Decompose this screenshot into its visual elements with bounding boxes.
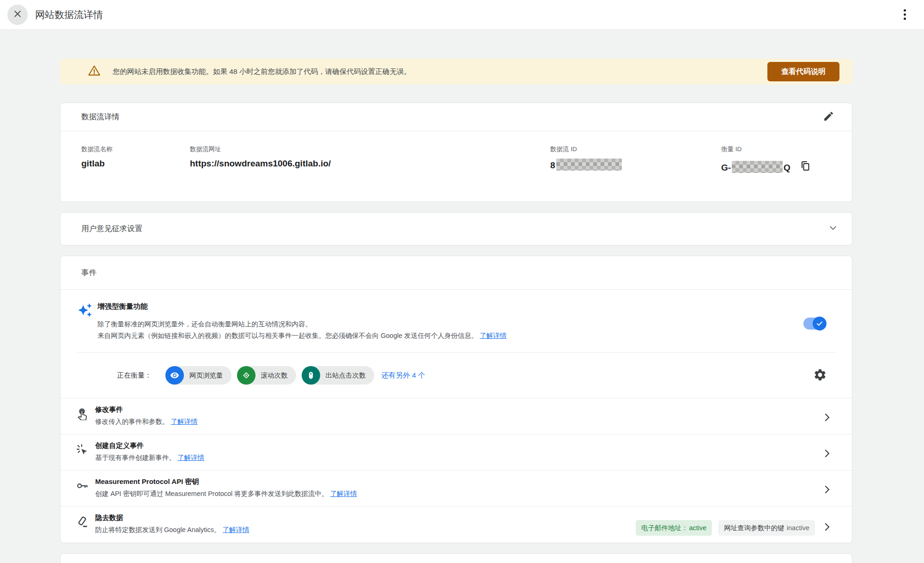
enhanced-measurement-section: 增强型衡量功能 除了衡量标准的网页浏览量外，还会自动衡量网站上的互动情况和内容。… bbox=[61, 290, 852, 352]
modify-events-row[interactable]: 修改事件 修改传入的事件和参数。 了解详情 bbox=[61, 398, 852, 434]
more-measurements-link[interactable]: 还有另外 4 个 bbox=[382, 371, 426, 380]
redact-icon bbox=[76, 515, 90, 530]
google-tag-card: Google 代码 bbox=[60, 553, 852, 563]
chevron-right-icon bbox=[821, 448, 833, 461]
stream-details-card: 数据流详情 数据流名称 gitlab 数据流网址 https://snowdre… bbox=[60, 103, 852, 202]
warning-text: 您的网站未启用数据收集功能。如果 48 小时之前您就添加了代码，请确保代码设置正… bbox=[113, 67, 411, 77]
close-button[interactable] bbox=[7, 5, 28, 25]
close-icon bbox=[13, 9, 22, 20]
copy-button[interactable] bbox=[798, 159, 813, 175]
learn-more-link[interactable]: 了解详情 bbox=[330, 490, 357, 497]
redacted-stream-id bbox=[556, 159, 622, 171]
url-query-redaction-badge: 网址查询参数中的键inactive bbox=[718, 520, 815, 536]
events-card: 事件 增强型衡量功能 除了衡量标准的网页浏览量外，还会自动衡量网站上的互动情况和… bbox=[60, 256, 852, 543]
copy-icon bbox=[800, 160, 811, 173]
mouse-icon bbox=[302, 366, 320, 385]
measuring-section: 正在衡量： 网页浏览量 滚动次数 bbox=[61, 353, 852, 398]
consent-settings-card[interactable]: 用户意见征求设置 bbox=[60, 212, 852, 245]
create-custom-events-row[interactable]: 创建自定义事件 基于现有事件创建新事件。 了解详情 bbox=[61, 434, 852, 470]
chevron-right-icon bbox=[821, 484, 833, 497]
learn-more-link[interactable]: 了解详情 bbox=[177, 454, 204, 461]
learn-more-link[interactable]: 了解详情 bbox=[171, 418, 198, 425]
learn-more-link[interactable]: 了解详情 bbox=[480, 332, 506, 339]
chip-outbound-clicks[interactable]: 出站点击次数 bbox=[302, 366, 374, 385]
warning-banner: 您的网站未启用数据收集功能。如果 48 小时之前您就添加了代码，请确保代码设置正… bbox=[60, 59, 852, 85]
chevron-right-icon bbox=[821, 521, 833, 534]
field-stream-url: 数据流网址 https://snowdreams1006.gitlab.io/ bbox=[190, 145, 550, 175]
enhanced-measurement-settings-button[interactable] bbox=[811, 366, 829, 385]
touch-icon bbox=[76, 407, 90, 422]
field-stream-id: 数据流 ID 8 bbox=[550, 145, 721, 175]
measuring-label: 正在衡量： bbox=[117, 371, 152, 380]
cursor-click-icon bbox=[76, 443, 90, 458]
enhanced-measurement-description: 除了衡量标准的网页浏览量外，还会自动衡量网站上的互动情况和内容。 来自网页内元素… bbox=[97, 318, 803, 342]
warning-icon bbox=[88, 64, 101, 79]
page-title: 网站数据流详情 bbox=[35, 8, 103, 21]
gear-icon bbox=[813, 368, 827, 383]
redacted-measurement-id bbox=[732, 161, 783, 173]
key-icon bbox=[76, 479, 90, 494]
appbar: 网站数据流详情 bbox=[0, 0, 924, 30]
scroll-icon bbox=[237, 366, 255, 385]
measurement-protocol-row[interactable]: Measurement Protocol API 密钥 创建 API 密钥即可通… bbox=[61, 471, 852, 506]
enhanced-measurement-toggle[interactable] bbox=[803, 318, 826, 330]
stream-details-title: 数据流详情 bbox=[81, 112, 120, 122]
redact-data-row[interactable]: 隐去数据 防止将特定数据发送到 Google Analytics。 了解详情 电… bbox=[61, 507, 852, 543]
learn-more-link[interactable]: 了解详情 bbox=[223, 526, 249, 533]
enhanced-measurement-title: 增强型衡量功能 bbox=[97, 302, 803, 312]
chevron-right-icon bbox=[821, 412, 833, 425]
sparkle-icon bbox=[78, 303, 92, 342]
toggle-thumb bbox=[813, 317, 827, 330]
field-measurement-id: 衡量 ID G-Q bbox=[721, 145, 831, 175]
chevron-down-icon[interactable] bbox=[828, 223, 838, 235]
edit-button[interactable] bbox=[821, 109, 836, 125]
kebab-icon bbox=[904, 9, 906, 12]
eye-icon bbox=[165, 366, 184, 385]
consent-settings-title: 用户意见征求设置 bbox=[81, 224, 142, 234]
field-stream-name: 数据流名称 gitlab bbox=[81, 145, 190, 175]
pencil-icon bbox=[823, 110, 834, 123]
email-redaction-badge: 电子邮件地址：active bbox=[636, 520, 712, 536]
chip-page-views[interactable]: 网页浏览量 bbox=[165, 366, 231, 385]
main-content: 您的网站未启用数据收集功能。如果 48 小时之前您就添加了代码，请确保代码设置正… bbox=[60, 59, 852, 563]
more-options-button[interactable] bbox=[898, 7, 911, 22]
events-title: 事件 bbox=[61, 256, 852, 289]
chip-scrolls[interactable]: 滚动次数 bbox=[237, 366, 296, 385]
view-tag-instructions-button[interactable]: 查看代码说明 bbox=[767, 62, 839, 81]
